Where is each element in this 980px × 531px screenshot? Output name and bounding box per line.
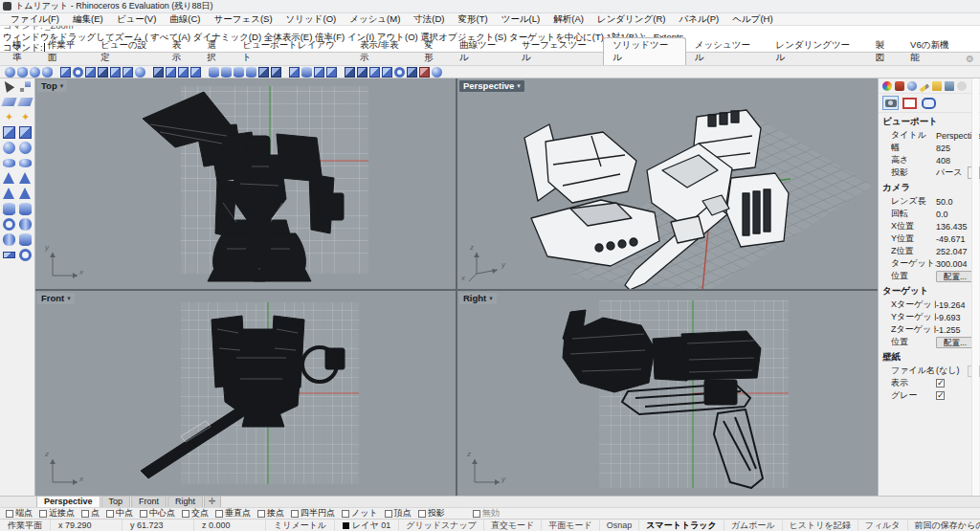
tab-render-tools[interactable]: レンダリングツール <box>768 38 867 65</box>
toggle-gumball[interactable]: ガムボール <box>724 520 783 531</box>
viewport-title-top[interactable]: Top▾ <box>37 80 67 92</box>
chain-tool-icon[interactable] <box>135 67 145 77</box>
viewport-tab-right[interactable]: Right <box>167 496 203 507</box>
wallpaper-gray-checkbox[interactable] <box>936 391 945 400</box>
menu-file[interactable]: ファイル(F) <box>4 13 66 26</box>
osnap-knot-checkbox[interactable] <box>342 510 349 518</box>
cplane-icon[interactable] <box>1 98 16 106</box>
viewport-properties-page-button[interactable] <box>882 96 899 110</box>
shell-tool-icon[interactable] <box>289 67 300 77</box>
control-points-icon[interactable] <box>19 80 32 93</box>
layers-tab-icon[interactable] <box>907 81 917 91</box>
donut-primitive-icon[interactable] <box>19 249 32 261</box>
wallpaper-file-value[interactable]: (なし) <box>936 365 966 377</box>
viewport-title-front[interactable]: Front▾ <box>37 293 75 304</box>
truncated-cone-primitive-icon[interactable] <box>19 172 31 184</box>
notes-tab-icon[interactable] <box>920 83 929 92</box>
cube-tool-icon[interactable] <box>166 67 176 77</box>
osnap-project-checkbox[interactable] <box>418 510 426 518</box>
target-place-button[interactable]: 配置... <box>936 337 974 348</box>
tab-cplane[interactable]: 作業平面 <box>39 38 92 65</box>
tab-surface-tools[interactable]: サーフェスツール <box>513 38 603 65</box>
menu-tools[interactable]: ツール(L) <box>495 13 547 26</box>
viewport-canvas-top[interactable] <box>35 78 456 289</box>
tab-v6-new-features[interactable]: V6の新機能 <box>902 38 966 65</box>
viewport-top[interactable]: Top▾ y x <box>35 78 456 289</box>
toggle-smarttrack[interactable]: スマートトラック <box>639 520 724 531</box>
tab-view-settings[interactable]: ビューの設定 <box>92 38 164 65</box>
menu-edit[interactable]: 編集(E) <box>66 13 110 26</box>
array-solid-tool-icon[interactable] <box>407 67 417 77</box>
extrusion-primitive-icon[interactable] <box>19 233 32 246</box>
toggle-filter[interactable]: フィルタ <box>858 520 908 531</box>
sphere-variant-primitive-icon[interactable] <box>19 142 32 154</box>
move-face-tool-icon[interactable] <box>369 67 380 77</box>
viewport-tab-front[interactable]: Front <box>131 496 167 507</box>
viewport-front[interactable]: Front▾ z x <box>35 291 456 496</box>
units-cell[interactable]: ミリメートル <box>266 520 335 531</box>
toggle-planar[interactable]: 平面モード <box>542 520 599 531</box>
menu-analyze[interactable]: 解析(A) <box>546 13 590 26</box>
menu-help[interactable]: ヘルプ(H) <box>725 13 779 26</box>
cap-tool-icon[interactable] <box>301 67 312 77</box>
box-tool-icon[interactable] <box>60 67 71 77</box>
torus-primitive-icon[interactable] <box>3 218 15 231</box>
box-corner-tool-icon[interactable] <box>85 67 96 77</box>
object-properties-page-button[interactable] <box>902 96 918 110</box>
cplane-button[interactable]: 作業平面 <box>0 520 51 531</box>
viewport-canvas-front[interactable] <box>35 291 456 496</box>
ellipsoid-tool-icon[interactable] <box>17 67 28 77</box>
link-properties-page-button[interactable] <box>921 96 937 110</box>
cylinder-variant-primitive-icon[interactable] <box>19 203 32 215</box>
tab-solid-tools[interactable]: ソリッドツール <box>603 37 686 65</box>
sphere-primitive-icon[interactable] <box>3 142 15 154</box>
ellipsoid-primitive-icon[interactable] <box>3 159 15 167</box>
viewport-menu-arrow-icon[interactable]: ▾ <box>67 293 71 304</box>
osnap-point-checkbox[interactable] <box>81 510 89 518</box>
menu-view[interactable]: ビュー(V) <box>110 13 164 26</box>
paraboloid-tool-icon[interactable] <box>42 67 53 77</box>
menu-render[interactable]: レンダリング(R) <box>590 13 673 26</box>
layer-cell[interactable]: レイヤ 01 <box>335 520 399 531</box>
tab-transform[interactable]: 変形 <box>415 38 451 65</box>
box-variant-primitive-icon[interactable] <box>19 126 32 139</box>
panel-scrollbar[interactable] <box>971 78 979 496</box>
cylinder-primitive-icon[interactable] <box>3 203 15 215</box>
tab-select[interactable]: 選択 <box>198 38 234 65</box>
boolean-union-tool-icon[interactable] <box>209 67 219 77</box>
toggle-osnap[interactable]: Osnap <box>600 520 640 531</box>
explode-icon[interactable]: ✦ <box>3 111 15 123</box>
boolean-split-tool-icon[interactable] <box>246 67 256 77</box>
chamfer-edge-tool-icon[interactable] <box>326 67 337 77</box>
cplane-object-icon[interactable] <box>17 98 33 106</box>
viewport-title-perspective[interactable]: Perspective▾ <box>459 80 524 92</box>
box-primitive-icon[interactable] <box>3 126 15 139</box>
tube-primitive-icon[interactable] <box>19 218 32 231</box>
osnap-tangent-checkbox[interactable] <box>257 510 265 518</box>
toggle-ortho[interactable]: 直交モード <box>484 520 542 531</box>
paraboloid-primitive-icon[interactable] <box>19 159 32 167</box>
extrude-solid-tool-icon[interactable] <box>153 67 164 77</box>
menu-surface[interactable]: サーフェス(S) <box>208 13 279 26</box>
join-icon[interactable]: ✦ <box>19 111 32 123</box>
hemisphere-tool-icon[interactable] <box>30 67 40 77</box>
help-tab-icon[interactable] <box>945 81 954 91</box>
library-tab-icon[interactable] <box>932 81 942 91</box>
boolean-difference-tool-icon[interactable] <box>221 67 232 77</box>
slab-primitive-icon[interactable] <box>3 252 15 258</box>
menu-curve[interactable]: 曲線(C) <box>163 13 207 26</box>
osnap-near-checkbox[interactable] <box>39 510 47 518</box>
osnap-intersection-checkbox[interactable] <box>182 510 189 518</box>
union-box-tool-icon[interactable] <box>258 67 269 77</box>
viewport-canvas-perspective[interactable] <box>457 78 878 289</box>
viewport-perspective[interactable]: Perspective▾ z y x <box>457 78 878 289</box>
pyramid-primitive-icon[interactable] <box>3 188 14 199</box>
tab-visibility[interactable]: 表示/非表示 <box>351 38 415 65</box>
toggle-record-history[interactable]: ヒストリを記録 <box>783 520 858 531</box>
viewport-tab-top[interactable]: Top <box>101 496 131 507</box>
display-tab-icon[interactable] <box>895 81 904 91</box>
tab-curve-tools[interactable]: 曲線ツール <box>451 38 513 65</box>
tab-drafting[interactable]: 製図 <box>866 38 902 65</box>
viewport-right[interactable]: Right▾ z y <box>457 291 878 496</box>
more-tabs-icon[interactable] <box>957 81 967 91</box>
